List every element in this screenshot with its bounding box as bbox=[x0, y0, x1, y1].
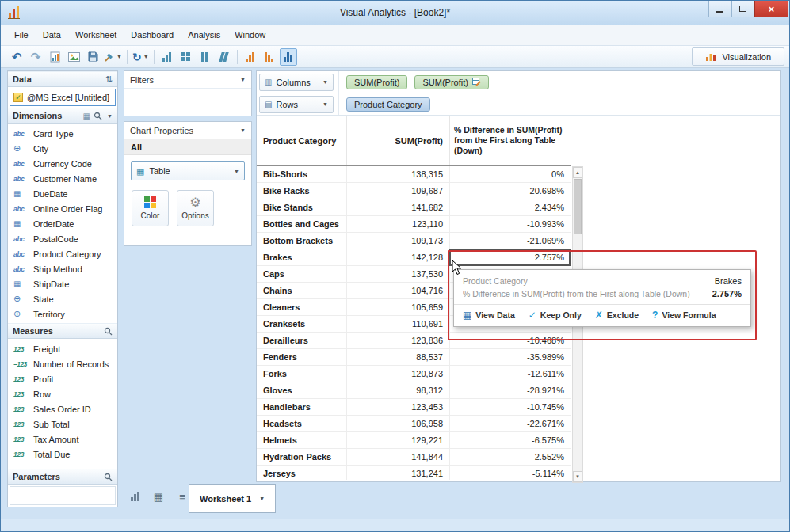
cell-pct-difference[interactable]: -12.611% bbox=[449, 366, 571, 382]
pill-sum-profit[interactable]: SUM(Profit) bbox=[346, 75, 407, 89]
cell-pct-difference[interactable]: -10.993% bbox=[449, 216, 571, 233]
cell-profit[interactable]: 123,453 bbox=[346, 399, 449, 416]
dimension-item[interactable]: Territory bbox=[8, 306, 117, 321]
measure-item[interactable]: Sub Total bbox=[8, 416, 117, 431]
chart-properties-header[interactable]: Chart Properties ▼ bbox=[124, 122, 251, 139]
column-header-sum-profit[interactable]: SUM(Profit) bbox=[346, 116, 449, 165]
cell-category[interactable]: Headsets bbox=[257, 416, 346, 432]
cell-profit[interactable]: 110,691 bbox=[346, 316, 449, 332]
tooltip-action-button[interactable]: Keep Only bbox=[529, 310, 582, 321]
measure-item[interactable]: Total Due bbox=[8, 446, 117, 462]
dimension-item[interactable]: Currency Code bbox=[8, 156, 117, 171]
cell-profit[interactable]: 109,687 bbox=[346, 183, 449, 200]
cell-category[interactable]: Hydration Packs bbox=[257, 449, 346, 466]
cell-profit[interactable]: 142,128 bbox=[346, 249, 449, 266]
tooltip-action-button[interactable]: View Formula bbox=[652, 310, 716, 321]
cell-pct-difference[interactable]: 2.434% bbox=[449, 200, 571, 216]
cell-pct-difference[interactable]: -35.989% bbox=[449, 349, 571, 366]
measure-item[interactable]: Profit bbox=[8, 371, 117, 386]
scroll-up-button[interactable]: ▲ bbox=[573, 167, 582, 178]
chevron-down-icon[interactable]: ▼ bbox=[107, 113, 113, 119]
filters-card-header[interactable]: Filters ▼ bbox=[124, 71, 251, 89]
dimension-item[interactable]: DueDate bbox=[8, 186, 117, 201]
column-header-product-category[interactable]: Product Category bbox=[257, 116, 346, 165]
measure-item[interactable]: Tax Amount bbox=[8, 431, 117, 446]
worksheet-tab[interactable]: Worksheet 1 ▼ bbox=[189, 484, 276, 513]
column-header-pct-difference[interactable]: % Difference in SUM(Profit) from the Fir… bbox=[449, 116, 571, 165]
cell-profit[interactable]: 123,110 bbox=[346, 216, 449, 233]
measure-item[interactable]: Sales Order ID bbox=[8, 401, 117, 416]
dimension-item[interactable]: State bbox=[8, 291, 117, 306]
cell-profit[interactable]: 141,682 bbox=[346, 200, 449, 216]
minimize-button[interactable] bbox=[708, 1, 731, 17]
search-icon[interactable] bbox=[104, 327, 113, 336]
scrollbar-thumb[interactable] bbox=[574, 179, 582, 234]
export-image-button[interactable] bbox=[65, 48, 82, 66]
cell-pct-difference[interactable]: 2.552% bbox=[449, 449, 571, 466]
cell-category[interactable]: Derailleurs bbox=[257, 332, 346, 349]
cell-pct-difference[interactable]: -22.671% bbox=[449, 416, 571, 432]
menu-item[interactable]: Window bbox=[227, 26, 273, 44]
cell-profit[interactable]: 106,958 bbox=[346, 416, 449, 432]
tooltip-action-button[interactable]: View Data bbox=[463, 310, 515, 321]
cell-category[interactable]: Bib-Shorts bbox=[257, 166, 346, 183]
save-button[interactable] bbox=[84, 48, 101, 66]
tooltip-action-button[interactable]: Exclude bbox=[595, 310, 639, 321]
maximize-button[interactable] bbox=[731, 1, 754, 17]
cell-category[interactable]: Cranksets bbox=[257, 316, 346, 332]
refresh-dropdown-button[interactable]: ↻ ▼ bbox=[132, 48, 150, 66]
menu-item[interactable]: Worksheet bbox=[68, 26, 124, 44]
chart-type-select[interactable]: ▦ Table ▼ bbox=[131, 162, 245, 180]
cell-category[interactable]: Cleaners bbox=[257, 299, 346, 316]
cell-pct-difference[interactable]: -6.575% bbox=[449, 432, 571, 449]
chart-slant-button[interactable] bbox=[216, 48, 233, 66]
dimension-item[interactable]: ShipDate bbox=[8, 276, 117, 291]
cell-category[interactable]: Handlebars bbox=[257, 399, 346, 416]
show-chart-toggle-button[interactable] bbox=[280, 48, 297, 66]
cell-category[interactable]: Brakes bbox=[257, 249, 346, 266]
cell-pct-difference[interactable]: -28.921% bbox=[449, 382, 571, 399]
cell-profit[interactable]: 123,836 bbox=[346, 332, 449, 349]
chart-split-button[interactable] bbox=[197, 48, 214, 66]
dimension-item[interactable]: City bbox=[8, 141, 117, 156]
scroll-down-button[interactable]: ▼ bbox=[573, 471, 582, 482]
sort-descending-button[interactable] bbox=[261, 48, 278, 66]
cell-category[interactable]: Forks bbox=[257, 366, 346, 382]
cell-pct-difference[interactable]: -20.698% bbox=[449, 183, 571, 200]
new-dashboard-button[interactable]: ▦ bbox=[150, 488, 167, 504]
sort-ascending-button[interactable] bbox=[242, 48, 259, 66]
cell-profit[interactable]: 104,716 bbox=[346, 283, 449, 299]
dimension-item[interactable]: Card Type bbox=[8, 126, 117, 141]
cell-profit[interactable]: 138,315 bbox=[346, 166, 449, 183]
cell-category[interactable]: Chains bbox=[257, 283, 346, 299]
dimension-item[interactable]: Customer Name bbox=[8, 171, 117, 186]
measure-item[interactable]: Freight bbox=[8, 341, 117, 356]
visualization-tab[interactable]: Visualization bbox=[692, 48, 784, 66]
cell-pct-difference[interactable]: -10.745% bbox=[449, 399, 571, 416]
sort-datasources-icon[interactable]: ⇅ bbox=[105, 74, 113, 85]
cell-profit[interactable]: 105,659 bbox=[346, 299, 449, 316]
cell-category[interactable]: Jerseys bbox=[257, 466, 346, 480]
new-worksheet-button[interactable] bbox=[126, 488, 143, 504]
menu-item[interactable]: Analysis bbox=[181, 26, 227, 44]
chart-grid-button[interactable] bbox=[177, 48, 195, 66]
search-icon[interactable] bbox=[104, 473, 113, 481]
columns-shelf-button[interactable]: ▥ Columns ▼ bbox=[259, 74, 334, 91]
cell-pct-difference[interactable]: -21.069% bbox=[449, 233, 571, 249]
cell-profit[interactable]: 131,241 bbox=[346, 466, 449, 480]
measure-item[interactable]: Number of Records bbox=[8, 356, 117, 371]
datasource-item[interactable]: ✓ @MS Excel [Untitled] bbox=[10, 89, 116, 106]
dimension-item[interactable]: OrderDate bbox=[8, 216, 117, 231]
new-worksheet-toolbar-button[interactable] bbox=[46, 48, 63, 66]
format-dropdown-button[interactable]: ▼ bbox=[103, 48, 123, 66]
cell-profit[interactable]: 141,844 bbox=[346, 449, 449, 466]
options-button[interactable]: ⚙ Options bbox=[177, 190, 214, 226]
menu-item[interactable]: File bbox=[7, 26, 36, 44]
cell-pct-difference[interactable]: -10.468% bbox=[449, 332, 571, 349]
dimension-item[interactable]: PostalCode bbox=[8, 231, 117, 246]
search-icon[interactable] bbox=[94, 112, 102, 120]
dimension-item[interactable]: Online Order Flag bbox=[8, 201, 117, 216]
cell-profit[interactable]: 120,873 bbox=[346, 366, 449, 382]
menu-item[interactable]: Data bbox=[36, 26, 68, 44]
cell-pct-difference[interactable]: 0% bbox=[449, 166, 571, 183]
